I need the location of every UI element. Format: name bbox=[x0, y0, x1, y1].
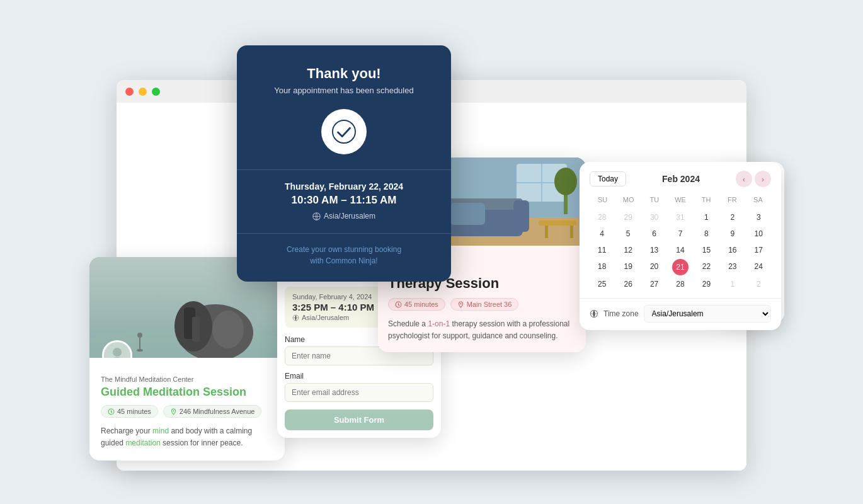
submit-button[interactable]: Submit Form bbox=[285, 410, 433, 430]
close-dot[interactable] bbox=[125, 88, 134, 96]
divider-2 bbox=[237, 233, 451, 234]
thankyou-subtitle: Your appointment has been scheduled bbox=[254, 86, 433, 95]
meditation-badges: 45 minutes 246 Mindfulness Avenue bbox=[101, 405, 273, 418]
svg-point-16 bbox=[173, 410, 174, 411]
email-label: Email bbox=[285, 372, 433, 381]
therapy-duration-badge: 45 minutes bbox=[388, 298, 445, 311]
svg-rect-29 bbox=[539, 220, 576, 226]
timezone-select[interactable]: Asia/Jerusalem bbox=[644, 305, 771, 323]
calendar-day-names: SU MO TU WE TH FR SA bbox=[590, 193, 771, 206]
calendar-grid: SU MO TU WE TH FR SA 28 29 30 31 1 2 3 4… bbox=[580, 193, 781, 298]
minimize-dot[interactable] bbox=[139, 88, 147, 96]
meditation-title: Guided Meditation Session bbox=[101, 386, 273, 399]
divider-1 bbox=[237, 169, 451, 170]
svg-rect-26 bbox=[513, 200, 529, 232]
timezone-row: Asia/Jerusalem bbox=[254, 212, 433, 220]
timezone-label: Time zone bbox=[603, 309, 639, 318]
next-month-button[interactable]: › bbox=[755, 171, 771, 187]
prev-month-button[interactable]: ‹ bbox=[736, 171, 752, 187]
svg-point-9 bbox=[137, 349, 143, 352]
globe-icon bbox=[590, 309, 598, 318]
svg-point-39 bbox=[460, 303, 461, 304]
svg-point-6 bbox=[212, 311, 244, 348]
create-own-text: Create your own stunning booking with Co… bbox=[254, 244, 433, 266]
timezone-value: Asia/Jerusalem bbox=[324, 212, 375, 220]
calendar-nav: ‹ › bbox=[736, 171, 771, 187]
meditation-body: The Mindful Meditation Center Guided Med… bbox=[89, 358, 285, 461]
therapy-badges: 45 minutes Main Street 36 bbox=[388, 298, 576, 311]
thankyou-title: Thank you! bbox=[254, 66, 433, 82]
therapy-location-badge: Main Street 36 bbox=[450, 298, 519, 311]
appointment-time: 10:30 AM – 11:15 AM bbox=[254, 194, 433, 207]
today-date[interactable]: 21 bbox=[672, 259, 689, 275]
svg-rect-31 bbox=[570, 226, 573, 238]
svg-point-13 bbox=[113, 348, 122, 357]
appointment-date: Thursday, February 22, 2024 bbox=[254, 181, 433, 192]
svg-point-11 bbox=[137, 333, 142, 338]
maximize-dot[interactable] bbox=[152, 88, 160, 96]
duration-badge: 45 minutes bbox=[101, 405, 158, 418]
check-circle bbox=[321, 109, 367, 154]
meditation-card: The Mindful Meditation Center Guided Med… bbox=[89, 257, 285, 461]
email-input[interactable] bbox=[285, 383, 433, 402]
thankyou-card: Thank you! Your appointment has been sch… bbox=[237, 45, 451, 282]
therapy-description: Schedule a 1-on-1 therapy session with a… bbox=[388, 318, 576, 342]
svg-point-33 bbox=[554, 168, 577, 195]
today-button[interactable]: Today bbox=[590, 171, 626, 186]
svg-point-0 bbox=[333, 120, 355, 143]
calendar-footer: Time zone Asia/Jerusalem bbox=[580, 298, 781, 330]
svg-rect-30 bbox=[545, 226, 548, 238]
calendar-dates: 28 29 30 31 1 2 3 4 5 6 7 8 9 10 11 12 1… bbox=[590, 210, 771, 292]
calendar-header: Today Feb 2024 ‹ › bbox=[580, 162, 781, 193]
calendar-card: Today Feb 2024 ‹ › SU MO TU WE TH FR SA … bbox=[580, 162, 781, 330]
svg-rect-8 bbox=[192, 317, 200, 342]
meditation-org: The Mindful Meditation Center bbox=[101, 375, 273, 383]
calendar-month: Feb 2024 bbox=[662, 174, 700, 184]
location-badge: 246 Mindfulness Avenue bbox=[163, 405, 262, 418]
meditation-description: Recharge your mind and body with a calmi… bbox=[101, 425, 273, 449]
svg-rect-28 bbox=[450, 203, 485, 225]
